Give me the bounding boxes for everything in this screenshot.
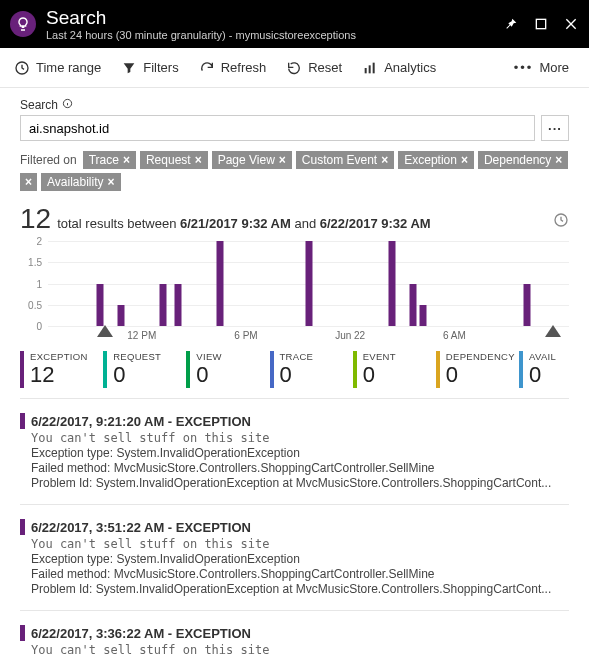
divider [20,610,569,611]
chart-bar[interactable] [216,241,223,326]
chip-close-icon[interactable]: × [108,175,115,189]
legend-item[interactable]: EVENT0 [353,351,436,388]
app-insights-logo [10,11,36,37]
x-tick: Jun 22 [335,330,365,341]
filter-chip[interactable]: Request× [140,151,208,169]
filter-chip[interactable]: Page View× [212,151,292,169]
results-chart[interactable]: 00.511.52 12 PM6 PMJun 226 AM [20,241,569,341]
chip-close-icon[interactable]: × [461,153,468,167]
filter-chip[interactable]: Trace× [83,151,136,169]
close-icon[interactable] [563,16,579,32]
legend-item[interactable]: TRACE0 [270,351,353,388]
filter-chip-remove[interactable]: × [20,173,37,191]
more-button[interactable]: ••• More [504,48,585,88]
results-and: and [294,216,316,231]
header-title: Search [46,7,503,29]
legend-name: TRACE [280,351,343,362]
content-body: Search ··· Filtered on Trace×Request×Pag… [0,88,589,657]
legend: EXCEPTION12REQUEST0VIEW0TRACE0EVENT0DEPE… [20,351,569,388]
toolbar: Time range Filters Refresh Reset Analyti… [0,48,589,88]
more-icon: ••• [514,60,534,75]
window-header: Search Last 24 hours (30 minute granular… [0,0,589,48]
divider [20,504,569,505]
result-item[interactable]: 6/22/2017, 9:21:20 AM - EXCEPTIONYou can… [20,409,569,494]
y-tick: 0.5 [20,299,42,310]
y-tick: 0 [20,321,42,332]
result-item[interactable]: 6/22/2017, 3:36:22 AM - EXCEPTIONYou can… [20,621,569,657]
filters-button[interactable]: Filters [111,48,188,88]
chart-bar[interactable] [175,284,182,327]
legend-item[interactable]: VIEW0 [186,351,269,388]
chip-close-icon[interactable]: × [195,153,202,167]
time-range-label: Time range [36,60,101,75]
results-count: 12 [20,203,51,235]
results-end: 6/22/2017 9:32 AM [320,216,431,231]
result-exception-type: Exception type: System.InvalidOperationE… [31,446,569,460]
search-more-button[interactable]: ··· [541,115,569,141]
chart-bar[interactable] [409,284,416,327]
time-range-button[interactable]: Time range [4,48,111,88]
analytics-button[interactable]: Analytics [352,48,446,88]
filters-label: Filters [143,60,178,75]
chart-bar[interactable] [420,305,427,326]
svg-rect-2 [365,68,367,73]
legend-item[interactable]: AVAIL0 [519,351,569,388]
chip-close-icon[interactable]: × [381,153,388,167]
legend-name: DEPENDENCY [446,351,509,362]
refresh-label: Refresh [221,60,267,75]
filter-chip[interactable]: Exception× [398,151,474,169]
legend-value: 0 [529,362,559,388]
svg-rect-0 [536,19,545,28]
divider [20,398,569,399]
result-exception-type: Exception type: System.InvalidOperationE… [31,552,569,566]
x-tick: 12 PM [127,330,156,341]
maximize-icon[interactable] [533,16,549,32]
result-time: 6/22/2017, 9:21:20 AM - EXCEPTION [31,414,251,429]
legend-item[interactable]: DEPENDENCY0 [436,351,519,388]
chart-bar[interactable] [524,284,531,327]
chart-bar[interactable] [97,284,104,327]
result-message: You can't sell stuff on this site [31,431,569,445]
chart-bar[interactable] [159,284,166,327]
search-input[interactable] [20,115,535,141]
y-tick: 1 [20,278,42,289]
result-type-bar [20,519,25,535]
result-time: 6/22/2017, 3:51:22 AM - EXCEPTION [31,520,251,535]
y-tick: 2 [20,236,42,247]
reset-label: Reset [308,60,342,75]
history-icon[interactable] [553,212,569,231]
result-time: 6/22/2017, 3:36:22 AM - EXCEPTION [31,626,251,641]
legend-name: EXCEPTION [30,351,93,362]
legend-value: 0 [113,362,176,388]
filter-chip[interactable]: Availability× [41,173,121,191]
result-message: You can't sell stuff on this site [31,537,569,551]
legend-value: 0 [363,362,426,388]
y-tick: 1.5 [20,257,42,268]
chart-bar[interactable] [388,241,395,326]
result-type-bar [20,413,25,429]
chip-close-icon[interactable]: × [279,153,286,167]
filter-chip[interactable]: Dependency× [478,151,568,169]
chart-bar[interactable] [305,241,312,326]
x-tick: 6 AM [443,330,466,341]
result-problem-id: Problem Id: System.InvalidOperationExcep… [31,476,569,490]
filter-chip[interactable]: Custom Event× [296,151,394,169]
pin-icon[interactable] [503,16,519,32]
info-icon[interactable] [62,98,73,112]
results-mid: total results between [57,216,176,231]
header-subtitle: Last 24 hours (30 minute granularity) - … [46,29,503,41]
result-problem-id: Problem Id: System.InvalidOperationExcep… [31,582,569,596]
reset-button[interactable]: Reset [276,48,352,88]
legend-item[interactable]: EXCEPTION12 [20,351,103,388]
result-item[interactable]: 6/22/2017, 3:51:22 AM - EXCEPTIONYou can… [20,515,569,600]
legend-value: 12 [30,362,93,388]
legend-value: 0 [446,362,509,388]
filter-chip-row: Filtered on Trace×Request×Page View×Cust… [20,151,569,191]
chip-close-icon[interactable]: × [555,153,562,167]
legend-value: 0 [280,362,343,388]
chip-close-icon[interactable]: × [123,153,130,167]
chart-bar[interactable] [117,305,124,326]
legend-item[interactable]: REQUEST0 [103,351,186,388]
refresh-button[interactable]: Refresh [189,48,277,88]
legend-name: EVENT [363,351,426,362]
